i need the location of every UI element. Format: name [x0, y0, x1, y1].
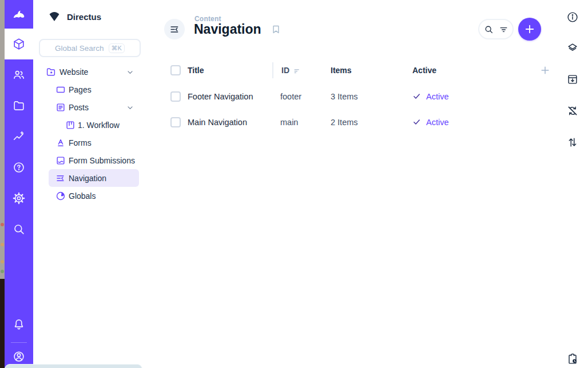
sidebar-item-pages[interactable]: Pages — [33, 81, 161, 98]
module-content[interactable] — [5, 29, 33, 59]
people-icon — [13, 69, 25, 81]
table-row[interactable]: Footer Navigation footer 3 Items Active — [161, 83, 556, 109]
cell-id: footer — [272, 92, 331, 101]
sidebar-item-label: Form Submissions — [69, 156, 135, 165]
title-icon — [55, 138, 66, 148]
table-row[interactable]: Main Navigation main 2 Items Active — [161, 109, 556, 135]
search-filter-pill — [478, 19, 514, 39]
cell-items: 3 Items — [331, 92, 412, 101]
column-header-items[interactable]: Items — [331, 66, 412, 75]
background-window-sliver — [0, 0, 5, 368]
account-icon — [13, 350, 25, 363]
sidebar-info-button[interactable] — [566, 11, 579, 23]
divider — [11, 342, 27, 343]
pages-icon — [55, 85, 66, 95]
module-users[interactable] — [5, 59, 33, 90]
live-updates-disabled-button[interactable] — [566, 105, 579, 117]
sidebar-item-label: 1. Workflow — [78, 121, 120, 130]
row-checkbox[interactable] — [170, 117, 181, 127]
page-title: Navigation — [194, 22, 261, 37]
archive-download-icon — [566, 73, 579, 86]
project-header[interactable]: Directus — [48, 10, 101, 23]
sidebar-item-forms[interactable]: Forms — [33, 134, 161, 151]
sidebar-item-label: Pages — [69, 85, 92, 94]
sidebar-item-posts[interactable]: Posts — [33, 98, 161, 116]
project-logo-icon — [48, 10, 61, 23]
collections-tree: Website Pages Posts 1. Workflow Forms Fo… — [33, 63, 161, 205]
sidebar-item-label: Navigation — [69, 174, 106, 183]
background-dot — [1, 243, 4, 246]
check-icon — [412, 118, 421, 126]
module-help[interactable] — [5, 152, 33, 183]
global-search-input[interactable]: Global Search ⌘K — [39, 39, 141, 57]
module-files[interactable] — [5, 90, 33, 121]
module-insights[interactable] — [5, 121, 33, 152]
nav-list-icon — [169, 24, 180, 35]
check-icon — [412, 92, 421, 101]
search-icon[interactable] — [484, 25, 494, 34]
sort-icon — [293, 67, 301, 74]
help-icon — [13, 161, 25, 174]
sidebar-item-globals[interactable]: Globals — [33, 187, 161, 205]
cell-id: main — [272, 118, 331, 127]
module-settings[interactable] — [5, 183, 33, 214]
bookmark-button[interactable] — [271, 24, 281, 35]
sync-disabled-icon — [566, 105, 579, 117]
folder-icon — [13, 99, 25, 112]
column-header-active[interactable]: Active — [412, 66, 531, 75]
box-icon — [13, 38, 25, 50]
info-icon — [566, 11, 579, 23]
row-checkbox[interactable] — [170, 91, 181, 102]
sidebar-item-workflow[interactable]: 1. Workflow — [33, 116, 161, 134]
background-dark-area — [0, 279, 5, 368]
activity-button[interactable] — [566, 353, 579, 365]
rabbit-icon — [13, 8, 25, 21]
directus-logo[interactable] — [5, 0, 33, 29]
add-item-button[interactable] — [518, 18, 541, 41]
column-header-id[interactable]: ID — [272, 62, 331, 78]
keyboard-shortcut-badge: ⌘K — [109, 43, 125, 53]
pending-activity-icon — [566, 353, 579, 365]
layers-icon — [566, 42, 579, 54]
search-placeholder: Global Search — [55, 44, 104, 53]
background-dot — [1, 223, 4, 226]
notifications-button[interactable] — [5, 309, 33, 340]
collection-icon-button[interactable] — [164, 19, 185, 39]
table-header-row: Title ID Items Active — [161, 62, 556, 78]
import-export-button[interactable] — [566, 73, 579, 86]
cell-title: Main Navigation — [188, 118, 272, 127]
cell-items: 2 Items — [331, 118, 412, 127]
sidebar-item-label: Globals — [69, 191, 96, 201]
bookmark-icon — [271, 24, 281, 35]
chevron-down-icon[interactable] — [126, 103, 134, 111]
chevron-down-icon[interactable] — [126, 68, 134, 75]
globe-icon — [55, 191, 66, 201]
sort-field-button[interactable] — [566, 136, 579, 149]
search-icon — [13, 223, 25, 235]
gear-icon — [13, 192, 25, 205]
sidebar-item-label: Forms — [69, 138, 92, 147]
plus-icon — [539, 65, 551, 76]
layout-options-button[interactable] — [566, 42, 579, 54]
article-icon — [55, 102, 66, 113]
sidebar-item-form-submissions[interactable]: Form Submissions — [33, 151, 161, 169]
insights-icon — [13, 130, 25, 143]
cell-active: Active — [412, 118, 531, 127]
sidebar-item-label: Posts — [69, 103, 89, 112]
background-dot — [1, 270, 4, 273]
sidebar-item-label: Website — [59, 67, 88, 77]
navigation-sidebar: Directus Global Search ⌘K Website Pages … — [33, 0, 161, 368]
select-all-checkbox[interactable] — [170, 65, 181, 75]
background-window-edge — [5, 364, 142, 368]
add-column-button[interactable] — [539, 65, 551, 76]
module-bar — [5, 0, 33, 368]
swap-vert-icon — [566, 136, 579, 149]
filter-icon[interactable] — [499, 25, 508, 34]
kanban-icon — [65, 120, 76, 130]
sidebar-item-website[interactable]: Website — [33, 63, 161, 81]
bell-icon — [13, 318, 25, 331]
module-search[interactable] — [5, 214, 33, 245]
sidebar-item-navigation[interactable]: Navigation — [33, 169, 161, 187]
background-dot — [1, 260, 4, 263]
column-header-title[interactable]: Title — [188, 66, 272, 75]
